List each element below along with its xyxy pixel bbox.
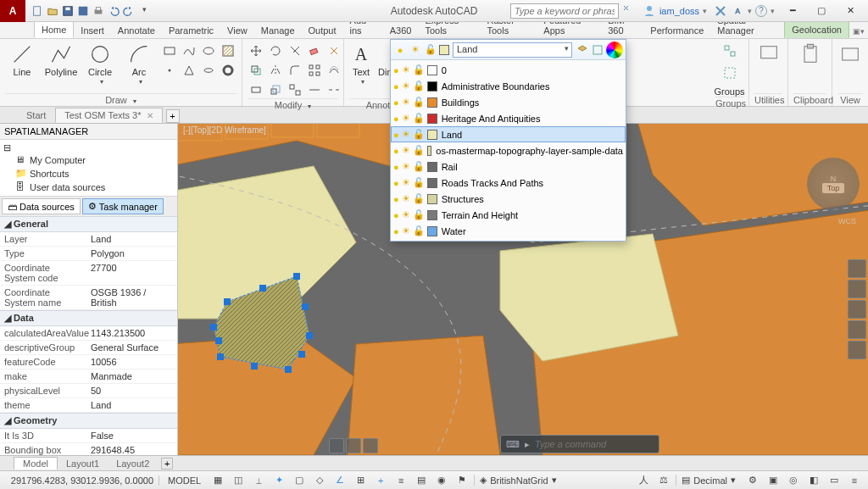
close-icon[interactable]: ✕ [142,111,153,120]
datasource-tree[interactable]: ⊟ 🖥My Computer 📁Shortcuts 🗄User data sou… [0,140,177,196]
tab-taskmanager[interactable]: ⚙Task manager [82,198,164,214]
utilities-button[interactable] [754,42,782,66]
doc-tab-start[interactable]: Start [17,108,55,123]
bulb-icon[interactable]: ● [393,178,399,188]
stretch-icon[interactable] [248,81,264,98]
sun-icon[interactable]: ☀ [402,129,410,140]
wcs-label[interactable]: WCS [838,217,856,225]
save-icon[interactable] [61,4,75,18]
sun-icon[interactable]: ☀ [402,81,410,92]
layermatch-icon[interactable] [591,43,604,57]
sun-icon[interactable]: ☀ [402,225,410,236]
lock-icon[interactable]: 🔓 [424,43,437,57]
lock-icon[interactable]: 🔓 [413,64,425,75]
layer-row[interactable]: ●☀🔓Rail [391,158,626,175]
help-icon[interactable]: ? [755,5,767,17]
bulb-icon[interactable]: ● [393,97,399,108]
bulb-icon[interactable]: ● [393,162,399,172]
clipboard-button[interactable] [793,42,826,66]
bulb-icon[interactable]: ● [393,146,399,156]
dyn-icon[interactable]: + [372,473,389,488]
bulb-icon[interactable]: ● [393,81,399,92]
layerstate-icon[interactable] [576,43,589,57]
tab-overflow-icon[interactable]: ▣▾ [849,25,868,38]
polyline-button[interactable]: Polyline [44,42,78,77]
bulb-icon[interactable]: ● [393,65,399,75]
cat-general[interactable]: ◢ General [0,216,177,232]
vp-btn1[interactable] [329,438,344,453]
line-button[interactable]: Line [5,42,39,77]
tab-annotate[interactable]: Annotate [111,23,162,38]
lock-icon[interactable]: 🔓 [413,129,425,140]
lock-icon[interactable]: 🔓 [413,161,425,172]
status-grid-info[interactable]: ◈ BritishNatGrid ▾ [474,475,561,486]
minimize-button[interactable]: ━ [778,2,807,20]
property-row[interactable]: featureCode10056 [0,355,177,370]
tab-a360[interactable]: A360 [383,23,419,38]
spline-icon[interactable] [181,42,198,59]
cat-geometry[interactable]: ◢ Geometry [0,413,177,429]
annoscale-icon[interactable]: 人 [635,473,652,488]
layer-row[interactable]: ●☀🔓Administrative Boundaries [391,78,626,94]
hatch-icon[interactable] [220,42,236,59]
color-wheel-icon[interactable] [606,42,623,58]
custom-icon[interactable]: ≡ [846,473,863,488]
close-button[interactable]: ✕ [836,2,865,20]
vp-btn3[interactable] [363,438,378,453]
layer-row[interactable]: ●☀🔓Terrain And Height [391,207,626,223]
sun-icon[interactable]: ☀ [402,97,410,108]
erase-icon[interactable] [306,42,323,59]
tree-mycomputer[interactable]: 🖥My Computer [3,153,174,167]
property-row[interactable]: LayerLand [0,232,177,247]
user-name[interactable]: iam_doss [659,6,699,16]
navbar-home-icon[interactable] [848,259,866,278]
vp-btn2[interactable] [346,438,361,453]
snap-icon[interactable]: ◫ [230,473,247,488]
tab-insert[interactable]: Insert [74,23,111,38]
layer-row[interactable]: ●☀🔓Roads Tracks And Paths [391,175,626,191]
sun-icon[interactable]: ☀ [402,64,410,75]
explode-icon[interactable] [326,42,342,59]
view-cube[interactable]: N Top [807,158,860,210]
sun-icon[interactable]: ☀ [409,43,422,57]
scale-icon[interactable] [267,81,284,98]
lock-icon[interactable]: 🔓 [413,193,425,204]
panel-utilities-title[interactable]: Utilities [754,93,782,106]
sun-icon[interactable]: ☀ [402,113,410,124]
ortho-icon[interactable]: ⟂ [250,473,267,488]
layer-dropdown[interactable]: ● ☀ 🔓 Land ●☀🔓0●☀🔓Administrative Boundar… [390,39,626,242]
property-row[interactable]: It Is 3DFalse [0,429,177,443]
qp-icon[interactable]: ◉ [433,473,450,488]
print-icon[interactable] [92,4,105,18]
bulb-icon[interactable]: ● [393,130,399,140]
sun-icon[interactable]: ☀ [402,193,410,204]
mirror-icon[interactable] [267,62,284,79]
lock-icon[interactable]: 🔓 [413,225,425,236]
revision-icon[interactable] [200,62,217,79]
text-button[interactable]: AText▾ [349,42,373,86]
move-icon[interactable] [248,42,264,59]
layer-row[interactable]: ●☀🔓Structures [391,191,626,207]
osnap-icon[interactable]: ▢ [291,473,308,488]
layer-row[interactable]: ●☀🔓Land [391,126,626,142]
new-icon[interactable] [31,4,44,18]
bulb-icon[interactable]: ● [393,114,399,124]
lock-icon[interactable]: 🔓 [413,81,425,92]
layer-row[interactable]: ●☀🔓Water [391,223,626,239]
circle-button[interactable]: Circle▾ [83,42,117,86]
bulb-icon[interactable]: ● [393,43,407,57]
layer-row[interactable]: ●☀🔓Buildings [391,94,626,110]
tab-geolocation[interactable]: Geolocation [784,21,849,38]
sun-icon[interactable]: ☀ [402,145,410,156]
view-button[interactable] [837,42,863,66]
array-icon[interactable] [306,62,323,79]
property-row[interactable]: physicalLevel50 [0,384,177,398]
panel-clipboard-title[interactable]: Clipboard [793,93,826,106]
donut-icon[interactable] [220,62,236,79]
lwt-icon[interactable]: ≡ [392,473,409,488]
ws-icon[interactable]: ⚙ [744,473,761,488]
layer-combo[interactable]: Land [453,42,572,58]
region-icon[interactable] [181,62,198,79]
layer-row[interactable]: ●☀🔓os-mastermap-topography-layer-sample-… [391,142,626,158]
user-icon[interactable] [643,4,656,18]
